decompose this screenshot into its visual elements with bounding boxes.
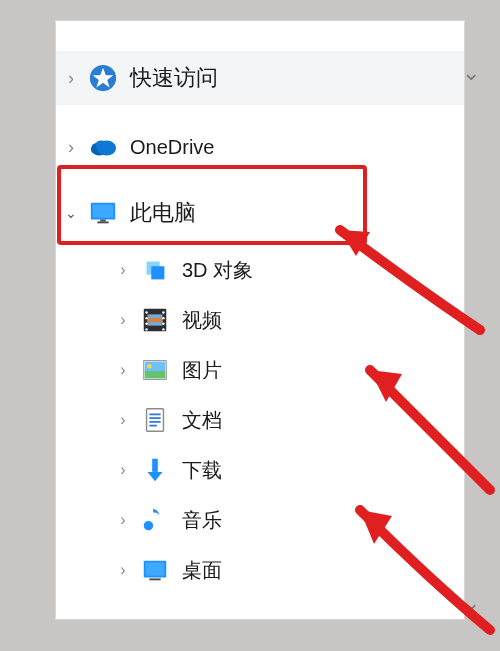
this-pc-label: 此电脑: [130, 198, 196, 228]
sidebar-item-quick-access[interactable]: › 快速访问: [56, 51, 464, 105]
pictures-icon: [138, 353, 172, 387]
chevron-right-icon[interactable]: ›: [108, 411, 138, 429]
onedrive-icon: [86, 130, 120, 164]
svg-rect-10: [151, 266, 164, 279]
downloads-icon: [138, 453, 172, 487]
svg-point-21: [162, 328, 164, 330]
chevron-right-icon[interactable]: ›: [56, 68, 86, 89]
svg-rect-7: [100, 220, 106, 222]
downloads-label: 下载: [182, 457, 222, 484]
chevron-right-icon[interactable]: ›: [108, 561, 138, 579]
svg-point-16: [145, 323, 147, 325]
chevron-right-icon[interactable]: ›: [108, 461, 138, 479]
pictures-label: 图片: [182, 357, 222, 384]
svg-point-15: [145, 317, 147, 319]
svg-marker-32: [148, 472, 163, 481]
videos-label: 视频: [182, 307, 222, 334]
music-icon: [138, 503, 172, 537]
videos-icon: [138, 303, 172, 337]
svg-point-20: [162, 323, 164, 325]
navigation-sidebar: › 快速访问 › OneDrive ⌄: [55, 20, 465, 620]
svg-rect-34: [146, 563, 165, 576]
sidebar-item-music[interactable]: › 音乐: [56, 495, 464, 545]
svg-rect-8: [97, 221, 108, 223]
svg-point-19: [162, 317, 164, 319]
svg-rect-35: [149, 578, 160, 580]
svg-point-18: [162, 311, 164, 313]
sidebar-item-this-pc[interactable]: ⌄ 此电脑: [56, 183, 464, 243]
right-chevron-icon: ⌄: [462, 60, 480, 86]
documents-icon: [138, 403, 172, 437]
chevron-right-icon[interactable]: ›: [108, 511, 138, 529]
quick-access-icon: [86, 61, 120, 95]
onedrive-label: OneDrive: [130, 136, 214, 159]
desktop-label: 桌面: [182, 557, 222, 584]
right-chevron-icon: ⌄: [462, 590, 480, 616]
sidebar-item-onedrive[interactable]: › OneDrive: [56, 119, 464, 175]
svg-rect-26: [147, 409, 164, 432]
sidebar-item-desktop[interactable]: › 桌面: [56, 545, 464, 595]
sidebar-item-documents[interactable]: › 文档: [56, 395, 464, 445]
chevron-right-icon[interactable]: ›: [56, 137, 86, 158]
svg-rect-6: [93, 205, 114, 218]
chevron-down-icon[interactable]: ⌄: [56, 205, 86, 221]
sidebar-item-videos[interactable]: › 视频: [56, 295, 464, 345]
svg-rect-25: [145, 371, 166, 379]
documents-label: 文档: [182, 407, 222, 434]
chevron-right-icon[interactable]: ›: [108, 361, 138, 379]
sidebar-item-downloads[interactable]: › 下载: [56, 445, 464, 495]
svg-point-24: [147, 364, 152, 369]
3d-objects-icon: [138, 253, 172, 287]
chevron-right-icon[interactable]: ›: [108, 311, 138, 329]
desktop-icon: [138, 553, 172, 587]
music-label: 音乐: [182, 507, 222, 534]
tree-root: › 快速访问 › OneDrive ⌄: [56, 21, 464, 595]
svg-rect-13: [148, 318, 163, 322]
quick-access-label: 快速访问: [130, 63, 218, 93]
sidebar-item-3d-objects[interactable]: › 3D 对象: [56, 245, 464, 295]
svg-point-17: [145, 328, 147, 330]
3d-objects-label: 3D 对象: [182, 257, 253, 284]
monitor-icon: [86, 196, 120, 230]
svg-point-4: [96, 140, 107, 149]
sidebar-item-pictures[interactable]: › 图片: [56, 345, 464, 395]
svg-point-14: [145, 311, 147, 313]
svg-rect-31: [152, 459, 158, 472]
chevron-right-icon[interactable]: ›: [108, 261, 138, 279]
